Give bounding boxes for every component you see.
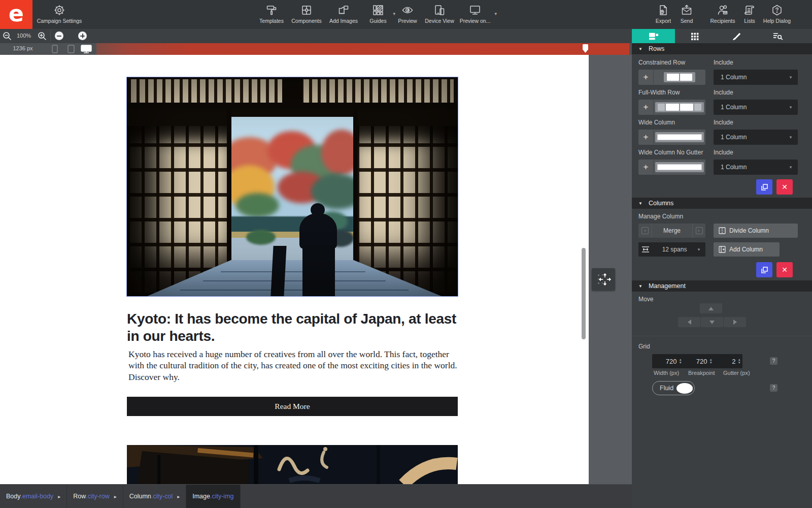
add-column-button[interactable]: Add Column bbox=[714, 242, 780, 257]
manage-column-label: Manage Column bbox=[638, 213, 683, 220]
breadcrumb-arrow-icon bbox=[177, 494, 180, 499]
duplicate-column-button[interactable] bbox=[756, 262, 772, 277]
increase-button[interactable] bbox=[78, 31, 87, 40]
zoom-out-button[interactable] bbox=[2, 31, 12, 41]
fluid-toggle[interactable]: Fluid bbox=[652, 381, 695, 395]
device-desktop-button[interactable] bbox=[80, 45, 92, 53]
grid-width-value: 720 bbox=[666, 358, 677, 365]
zoom-out-icon bbox=[2, 31, 12, 41]
shrub-green-2 bbox=[236, 193, 279, 217]
decrease-button[interactable] bbox=[55, 31, 63, 40]
grid-gutter-input[interactable]: 2 bbox=[714, 354, 742, 368]
spans-select[interactable]: 12 spans bbox=[638, 242, 705, 257]
device-tablet-button[interactable] bbox=[65, 45, 77, 53]
templates-label: Templates bbox=[259, 18, 284, 24]
email-hero-image[interactable] bbox=[127, 77, 458, 296]
email-heading[interactable]: Kyoto: It has become the capital of Japa… bbox=[127, 310, 462, 344]
grid-help-button[interactable]: ? bbox=[770, 357, 777, 365]
breadcrumb-row[interactable]: Row.city-row bbox=[67, 485, 123, 508]
constrained-row-include-select[interactable]: 1 Column bbox=[714, 70, 798, 85]
grid-width-input[interactable]: 720 bbox=[652, 354, 684, 368]
toggle-knob bbox=[676, 383, 693, 394]
top-toolbar: e Campaign Settings Templates Components… bbox=[0, 0, 812, 29]
person-silhouette-lower bbox=[302, 245, 335, 296]
breadcrumb-image[interactable]: Image.city-img bbox=[186, 485, 240, 508]
add-wide-column-button[interactable] bbox=[638, 130, 705, 145]
merge-left-button[interactable]: ◂ bbox=[638, 224, 651, 238]
campaign-settings-button[interactable]: Campaign Settings bbox=[29, 0, 90, 29]
help-dialog-button[interactable]: Help Dialog bbox=[757, 0, 797, 29]
grid-breakpoint-label: Breakpoint bbox=[688, 370, 715, 376]
read-more-button[interactable]: Read More bbox=[127, 397, 458, 416]
wide-column-include-select[interactable]: 1 Column bbox=[714, 130, 798, 145]
breadcrumb-column[interactable]: Column.city-col bbox=[123, 485, 186, 508]
move-down-button[interactable] bbox=[701, 317, 723, 327]
constrained-row-thumbnail bbox=[664, 72, 695, 82]
breadcrumb-arrow-icon bbox=[114, 494, 117, 499]
tab-modules[interactable] bbox=[675, 29, 716, 43]
email-second-image[interactable] bbox=[127, 445, 458, 484]
lists-label: Lists bbox=[744, 18, 755, 24]
ruler-marker[interactable] bbox=[583, 44, 588, 53]
delete-column-button[interactable] bbox=[776, 262, 793, 277]
tab-layout[interactable] bbox=[632, 29, 675, 43]
add-wide-column-no-gutter-button[interactable] bbox=[638, 160, 705, 175]
gutter-stepper[interactable] bbox=[738, 358, 741, 364]
divide-column-button[interactable]: Divide Column bbox=[714, 224, 798, 238]
guides-grid-icon bbox=[372, 4, 384, 16]
components-label: Components bbox=[291, 18, 322, 24]
wide-column-no-gutter-thumbnail bbox=[655, 162, 704, 172]
merge-button[interactable]: Merge bbox=[651, 224, 693, 238]
duplicate-row-button[interactable] bbox=[756, 179, 772, 195]
width-stepper[interactable] bbox=[679, 358, 682, 364]
columns-section-header[interactable]: Columns bbox=[632, 198, 812, 209]
preview-on-button[interactable]: Preview on... bbox=[452, 0, 498, 29]
move-right-button[interactable] bbox=[724, 317, 746, 327]
app-logo[interactable]: e bbox=[0, 0, 32, 29]
lists-scroll-icon bbox=[743, 4, 756, 16]
merge-right-icon: ▸ bbox=[696, 227, 703, 234]
wide-column-no-gutter-include-select[interactable]: 1 Column bbox=[714, 160, 798, 175]
device-phone-button[interactable] bbox=[49, 45, 61, 53]
chevron-down-icon bbox=[789, 75, 793, 80]
add-fullwidth-row-button[interactable] bbox=[638, 100, 705, 115]
move-up-button[interactable] bbox=[700, 303, 722, 313]
duplicate-icon bbox=[761, 183, 768, 191]
fullwidth-row-include-select[interactable]: 1 Column bbox=[714, 100, 798, 115]
duplicate-icon bbox=[761, 266, 768, 274]
fluid-help-button[interactable]: ? bbox=[770, 384, 777, 392]
grid-breakpoint-input[interactable]: 720 bbox=[684, 354, 714, 368]
arrow-right-icon bbox=[733, 320, 737, 325]
delete-row-button[interactable] bbox=[776, 179, 793, 195]
search-list-tab-icon bbox=[772, 31, 784, 41]
tatami-line bbox=[180, 290, 409, 291]
zoom-level: 100% bbox=[14, 33, 33, 39]
breakpoint-stepper[interactable] bbox=[709, 358, 713, 364]
rows-title: Rows bbox=[649, 45, 664, 52]
toolbar-separator bbox=[50, 30, 51, 42]
move-left-button[interactable] bbox=[678, 317, 700, 327]
ruler-red-track[interactable] bbox=[96, 43, 629, 55]
management-section-header[interactable]: Management bbox=[632, 280, 812, 292]
add-constrained-row-button[interactable] bbox=[638, 70, 705, 85]
merge-right-button[interactable]: ▸ bbox=[693, 224, 705, 238]
email-page[interactable]: Kyoto: It has become the capital of Japa… bbox=[0, 55, 589, 484]
email-paragraph[interactable]: Kyoto has received a huge number of crea… bbox=[128, 348, 458, 383]
layout-tab-icon bbox=[648, 31, 659, 41]
add-column-label: Add Column bbox=[729, 246, 763, 253]
zoom-in-button[interactable] bbox=[37, 31, 47, 41]
divide-column-icon bbox=[719, 227, 726, 234]
tab-search-settings[interactable] bbox=[757, 29, 798, 43]
campaign-settings-label: Campaign Settings bbox=[37, 18, 82, 24]
tab-style[interactable] bbox=[716, 29, 757, 43]
breadcrumb-body[interactable]: Body.email-body bbox=[0, 485, 67, 508]
send-button[interactable]: Send bbox=[666, 0, 707, 29]
rows-section-header[interactable]: Rows bbox=[632, 43, 812, 54]
night-street-graphic bbox=[127, 445, 458, 484]
canvas-scrollbar[interactable] bbox=[582, 248, 586, 339]
include-label: Include bbox=[714, 119, 733, 126]
phone-icon bbox=[52, 45, 58, 53]
minus-icon bbox=[57, 36, 61, 37]
eye-icon bbox=[401, 4, 414, 16]
brush-tab-icon bbox=[731, 31, 742, 41]
